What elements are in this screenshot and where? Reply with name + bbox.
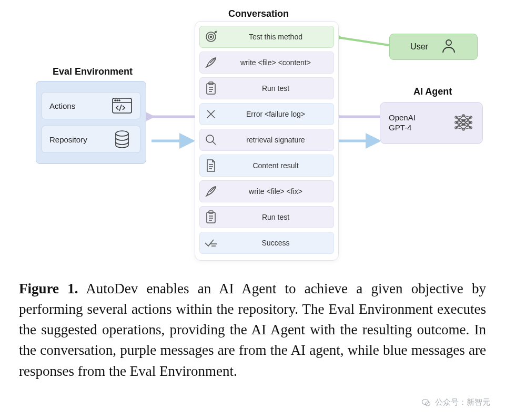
diagram: Eval Environment Conversation AI Agent A… [0, 0, 505, 268]
svg-point-10 [116, 131, 128, 136]
eval-environment-title: Eval Environment [53, 66, 133, 77]
conversation-message: Success [199, 232, 334, 254]
svg-point-30 [206, 135, 214, 142]
quill-icon [204, 185, 218, 198]
check-icon [204, 236, 218, 250]
conversation-message: Test this method [199, 26, 334, 48]
user-box: User [389, 34, 478, 60]
message-text: Run test [223, 213, 328, 221]
actions-label: Actions [49, 101, 75, 110]
conversation-message: write <file> <content> [199, 52, 334, 74]
user-icon [441, 38, 457, 56]
svg-point-11 [446, 40, 451, 45]
conversation-message: Content result [199, 155, 334, 177]
ai-agent-label: OpenAI GPT-4 [389, 113, 416, 133]
arrow-agent-to-conversation [335, 110, 384, 123]
neural-network-icon [453, 112, 474, 135]
x-icon [204, 107, 218, 121]
message-text: write <file> <fix> [223, 187, 328, 196]
wechat-icon [421, 398, 431, 407]
svg-point-9 [119, 100, 120, 101]
quill-icon [204, 56, 218, 69]
actions-box: Actions [42, 92, 140, 119]
svg-rect-25 [207, 84, 215, 94]
message-text: retrieval signature [223, 136, 328, 144]
svg-point-24 [210, 36, 212, 38]
conversation-message: write <file> <fix> [199, 180, 334, 202]
arrow-eval-to-conversation [147, 135, 198, 147]
svg-rect-34 [207, 212, 215, 223]
code-window-icon [112, 97, 133, 114]
svg-line-0 [341, 38, 389, 45]
conversation-title: Conversation [228, 8, 289, 19]
conversation-panel: Test this methodwrite <file> <content>Ru… [195, 21, 339, 261]
watermark-text: 公众号：新智元 [435, 397, 490, 407]
ai-agent-box: OpenAI GPT-4 [380, 102, 483, 144]
search-icon [204, 133, 218, 147]
conversation-message: Run test [199, 77, 334, 99]
repository-label: Repository [49, 135, 87, 144]
repository-box: Repository [42, 126, 140, 153]
eval-environment-box: Actions Repository [36, 81, 146, 164]
watermark: 公众号：新智元 [421, 397, 490, 407]
message-text: write <file> <content> [223, 58, 328, 67]
figure-caption: Figure 1. AutoDev enables an AI Agent to… [19, 279, 486, 382]
database-icon [112, 131, 133, 148]
figure-caption-text: AutoDev enables an AI Agent to achieve a… [19, 281, 486, 379]
document-icon [204, 159, 218, 172]
message-text: Error <failure log> [223, 110, 328, 118]
conversation-message: Error <failure log> [199, 103, 334, 125]
target-icon [204, 30, 218, 44]
arrow-conversation-to-agent [335, 135, 384, 147]
ai-agent-title: AI Agent [413, 86, 452, 97]
message-text: Run test [223, 84, 328, 93]
conversation-message: Run test [199, 206, 334, 228]
figure-label: Figure 1. [19, 281, 78, 296]
conversation-message: retrieval signature [199, 129, 334, 151]
svg-point-8 [117, 100, 118, 101]
svg-point-7 [115, 100, 116, 101]
clipboard-icon [204, 81, 218, 95]
clipboard-icon [204, 210, 218, 224]
arrow-user-to-conversation [335, 29, 392, 49]
message-text: Content result [223, 161, 328, 170]
arrow-conversation-to-eval [147, 110, 198, 123]
message-text: Success [223, 239, 328, 247]
user-label: User [410, 42, 428, 52]
message-text: Test this method [223, 33, 328, 41]
